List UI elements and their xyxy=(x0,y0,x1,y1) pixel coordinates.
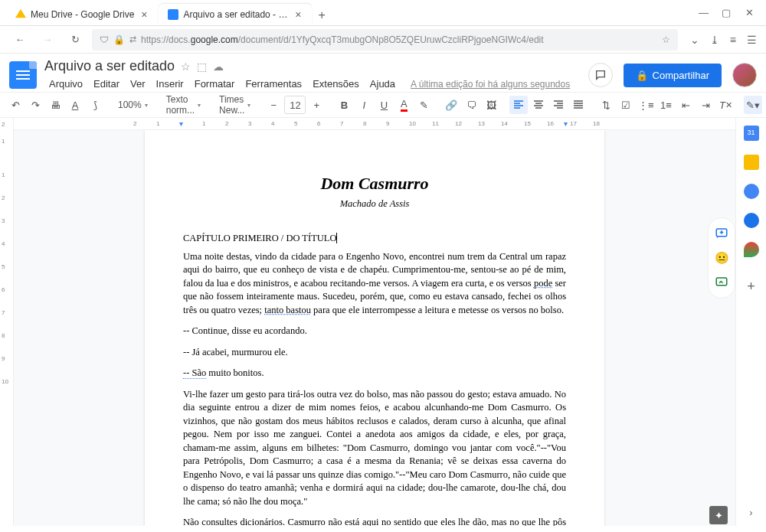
underline-button[interactable]: U xyxy=(375,96,393,114)
text-color-button[interactable]: A xyxy=(394,96,413,114)
menu-icon[interactable]: ☰ xyxy=(747,34,757,46)
margin-tools: 😐 xyxy=(708,217,735,299)
tune-icon: ⇄ xyxy=(129,34,136,44)
menu-editar[interactable]: Editar xyxy=(89,76,124,92)
close-icon[interactable]: × xyxy=(293,9,303,20)
document-page[interactable]: Dom Casmurro Machado de Assis CAPÍTULO P… xyxy=(145,130,604,526)
spellcheck-button[interactable]: A xyxy=(66,96,84,114)
checklist-button[interactable]: ☑ xyxy=(617,96,635,114)
docs-favicon-icon xyxy=(168,9,178,20)
shield-icon: 🛡 xyxy=(100,34,109,45)
italic-button[interactable]: I xyxy=(355,96,373,114)
paragraph-style-select[interactable]: Texto norm... xyxy=(162,94,205,116)
menu-ver[interactable]: Ver xyxy=(126,76,150,92)
document-name[interactable]: Arquivo a ser editado xyxy=(44,58,175,74)
comments-button[interactable] xyxy=(588,63,613,87)
line-spacing-button[interactable]: ⇅ xyxy=(597,96,615,114)
minimize-icon[interactable]: — xyxy=(699,7,708,18)
add-emoji-button[interactable]: 😐 xyxy=(714,250,729,266)
close-window-icon[interactable]: ✕ xyxy=(745,7,754,18)
browser-tab-docs[interactable]: Arquivo a ser editado - Docum × xyxy=(159,4,312,25)
share-button[interactable]: 🔒 Compartilhar xyxy=(624,64,722,87)
undo-button[interactable]: ↶ xyxy=(6,96,25,114)
align-right-icon xyxy=(553,100,564,110)
contacts-icon[interactable] xyxy=(744,213,759,228)
tasks-icon[interactable] xyxy=(744,184,759,199)
reload-button[interactable]: ↻ xyxy=(64,29,86,51)
browser-titlebar: Meu Drive - Google Drive × Arquivo a ser… xyxy=(0,0,766,26)
new-tab-button[interactable]: + xyxy=(312,5,331,25)
browser-actions: ⌄ ⤓ ≡ ☰ xyxy=(684,34,757,46)
numbered-list-button[interactable]: 1≡ xyxy=(656,96,675,114)
align-right-button[interactable] xyxy=(549,96,568,114)
workspace: 2 1 1 2 3 4 5 6 7 8 9 10 2 1 ▾ 1 2 3 4 5… xyxy=(0,118,766,526)
insert-image-button[interactable]: 🖼 xyxy=(482,96,500,114)
close-icon[interactable]: × xyxy=(139,9,149,20)
suggest-icon xyxy=(715,276,728,289)
add-comment-button[interactable] xyxy=(714,226,729,241)
cloud-saved-icon: ☁ xyxy=(213,60,224,73)
menu-arquivo[interactable]: Arquivo xyxy=(44,76,87,92)
font-size-decrease[interactable]: − xyxy=(264,96,283,114)
collapse-panel-button[interactable]: › xyxy=(749,507,752,518)
maximize-icon[interactable]: ▢ xyxy=(722,7,731,18)
paint-format-button[interactable]: ⟆ xyxy=(86,96,104,114)
increase-indent-button[interactable]: ⇥ xyxy=(696,96,715,114)
zoom-select[interactable]: 100% xyxy=(113,100,152,110)
document-author: Machado de Assis xyxy=(183,197,566,211)
clear-format-button[interactable]: T✕ xyxy=(716,96,735,114)
highlight-button[interactable]: ✎ xyxy=(414,96,433,114)
align-justify-button[interactable] xyxy=(569,96,588,114)
body-paragraph: Uma noite destas, vindo da cidade para o… xyxy=(183,250,566,318)
get-addons-button[interactable]: + xyxy=(747,279,755,295)
font-size-increase[interactable]: + xyxy=(307,96,326,114)
calendar-icon[interactable]: 31 xyxy=(744,126,759,141)
suggest-edits-button[interactable] xyxy=(714,275,729,290)
menu-formatar[interactable]: Formatar xyxy=(190,76,240,92)
insert-comment-button[interactable]: 🗨 xyxy=(462,96,480,114)
decrease-indent-button[interactable]: ⇤ xyxy=(676,96,695,114)
maps-icon[interactable] xyxy=(744,242,759,257)
horizontal-ruler[interactable]: 2 1 ▾ 1 2 3 4 5 6 7 8 9 10 11 12 13 14 1… xyxy=(14,118,735,130)
lock-icon: 🔒 xyxy=(636,70,648,81)
explore-button[interactable]: ✦ xyxy=(709,506,728,524)
back-button[interactable]: ← xyxy=(9,29,31,51)
browser-tab-drive[interactable]: Meu Drive - Google Drive × xyxy=(6,4,159,25)
docs-logo-icon[interactable] xyxy=(9,61,37,89)
insert-link-button[interactable]: 🔗 xyxy=(442,96,460,114)
body-paragraph: -- Continue, disse eu acordando. xyxy=(183,325,566,338)
print-button[interactable]: 🖶 xyxy=(46,96,64,114)
address-bar: ← → ↻ 🛡 🔒 ⇄ https://docs.google.com/docu… xyxy=(0,26,766,54)
menu-ferramentas[interactable]: Ferramentas xyxy=(241,76,306,92)
account-avatar[interactable] xyxy=(732,63,757,87)
menu-inserir[interactable]: Inserir xyxy=(152,76,188,92)
bookmark-icon[interactable]: ☆ xyxy=(662,34,670,45)
forward-button[interactable]: → xyxy=(37,29,58,51)
redo-button[interactable]: ↷ xyxy=(26,96,44,114)
account-icon[interactable]: ≡ xyxy=(730,34,736,46)
font-size-input[interactable]: 12 xyxy=(284,96,306,114)
editing-mode-button[interactable]: ✎▾ xyxy=(744,96,762,114)
menu-bar: Arquivo Editar Ver Inserir Formatar Ferr… xyxy=(44,76,581,92)
align-justify-icon xyxy=(573,100,584,110)
body-paragraph: -- Já acabei, murmurou ele. xyxy=(183,346,566,360)
url-input[interactable]: 🛡 🔒 ⇄ https://docs.google.com/document/d… xyxy=(92,29,678,51)
downloads-icon[interactable]: ⤓ xyxy=(710,34,719,46)
bullet-list-button[interactable]: ⋮≡ xyxy=(637,96,655,114)
margin-marker-right[interactable]: ▾ xyxy=(564,119,568,128)
font-select[interactable]: Times New... xyxy=(214,94,255,116)
margin-marker-left[interactable]: ▾ xyxy=(179,119,183,128)
move-icon[interactable]: ⬚ xyxy=(197,60,207,73)
menu-extensoes[interactable]: Extensões xyxy=(308,76,364,92)
bold-button[interactable]: B xyxy=(335,96,353,114)
align-left-button[interactable] xyxy=(509,96,528,114)
vertical-ruler[interactable]: 2 1 1 2 3 4 5 6 7 8 9 10 xyxy=(0,118,14,526)
star-icon[interactable]: ☆ xyxy=(181,60,191,73)
pocket-icon[interactable]: ⌄ xyxy=(690,34,699,46)
doc-header: Arquivo a ser editado ☆ ⬚ ☁ Arquivo Edit… xyxy=(0,54,766,92)
drive-favicon-icon xyxy=(15,9,26,20)
save-status[interactable]: A última edição foi há alguns segundos xyxy=(406,77,574,92)
menu-ajuda[interactable]: Ajuda xyxy=(365,76,400,92)
keep-icon[interactable] xyxy=(744,155,759,170)
align-center-button[interactable] xyxy=(529,96,548,114)
